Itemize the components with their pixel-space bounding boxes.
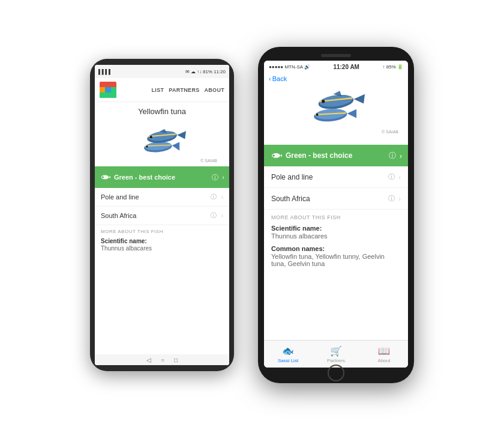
android-item-south-africa: South Africa bbox=[101, 212, 207, 219]
back-button[interactable]: ‹ Back bbox=[269, 75, 287, 82]
iphone-tab-bar: 🐟 Sassi List 🛒 Partners 📖 About bbox=[264, 340, 408, 368]
android-scientific-label: Scientific name: bbox=[95, 235, 229, 244]
android-arrow-banner: › bbox=[222, 174, 224, 181]
iphone-screen: ●●●●● MTN-SA 🔊 11:20 AM ↑ 85% 🔋 ‹ Back bbox=[264, 61, 408, 368]
iphone-info-icon-banner: ⓘ bbox=[389, 151, 396, 161]
iphone-tab-about[interactable]: 📖 About bbox=[360, 345, 408, 363]
android-list-item-0[interactable]: Pole and line ⓘ › bbox=[95, 188, 229, 207]
iphone-arrow-banner: › bbox=[400, 151, 402, 160]
svg-marker-1 bbox=[172, 142, 180, 150]
iphone-info-icon-0: ⓘ bbox=[388, 172, 395, 181]
iphone-back-nav: ‹ Back bbox=[264, 73, 408, 85]
fish-title: Yellowfin tuna bbox=[95, 102, 229, 118]
iphone-status-bar: ●●●●● MTN-SA 🔊 11:20 AM ↑ 85% 🔋 bbox=[264, 61, 408, 73]
iphone-arrow-0: › bbox=[398, 174, 401, 181]
android-list-item-1[interactable]: South Africa ⓘ › bbox=[95, 207, 229, 225]
svg-point-18 bbox=[316, 114, 319, 116]
android-scientific-value: Thunnus albacares bbox=[95, 244, 229, 254]
svg-point-10 bbox=[150, 136, 152, 138]
iphone-fish-illustration bbox=[300, 85, 372, 130]
android-info-icon-banner: ⓘ bbox=[212, 173, 218, 182]
back-chevron-icon: ‹ bbox=[269, 75, 271, 82]
android-arrow-0: › bbox=[221, 194, 223, 201]
svg-marker-6 bbox=[177, 131, 186, 139]
fish-image-area: © SAIAB bbox=[95, 118, 229, 166]
svg-point-24 bbox=[322, 100, 325, 103]
svg-point-4 bbox=[146, 145, 148, 147]
iphone-list-item-1[interactable]: South Africa ⓘ › bbox=[264, 188, 408, 210]
iphone-info-icon-1: ⓘ bbox=[388, 194, 395, 203]
android-section-label: MORE ABOUT THIS FISH bbox=[95, 225, 229, 235]
iphone-tab-partners[interactable]: 🛒 Partners bbox=[312, 345, 360, 363]
android-info-icon-0: ⓘ bbox=[211, 193, 217, 201]
android-back-icon: ◁ bbox=[146, 357, 151, 363]
iphone-list-item-0[interactable]: Pole and line ⓘ › bbox=[264, 166, 408, 188]
android-wifi-icon: ↑↓ bbox=[197, 69, 202, 74]
android-item-pole: Pole and line bbox=[101, 193, 207, 201]
iphone-signal: ●●●●● MTN-SA 🔊 bbox=[269, 64, 310, 70]
iphone-green-text: Green - best choice bbox=[286, 151, 385, 160]
svg-marker-12 bbox=[109, 175, 110, 179]
saiab-credit-android: © SAIAB bbox=[200, 159, 229, 163]
iphone-home-button[interactable] bbox=[328, 365, 344, 381]
nav-about[interactable]: ABOUT bbox=[205, 87, 225, 93]
android-app-bar: LIST PARTNERS ABOUT bbox=[95, 78, 229, 102]
iphone-section-label: MORE ABOUT THIS FISH bbox=[264, 210, 408, 222]
android-screen: ▌▌▌▌ ✉ ☁ ↑↓ 81% 11:20 bbox=[95, 65, 229, 365]
svg-marker-15 bbox=[347, 109, 356, 118]
about-label: About bbox=[378, 358, 391, 363]
android-arrow-1: › bbox=[221, 213, 223, 219]
android-mail-icon: ✉ bbox=[185, 69, 190, 74]
android-status-icons: ✉ ☁ ↑↓ 81% 11:20 bbox=[185, 69, 226, 74]
android-nav-links: LIST PARTNERS ABOUT bbox=[152, 87, 224, 93]
android-phone: ▌▌▌▌ ✉ ☁ ↑↓ 81% 11:20 bbox=[90, 59, 234, 371]
iphone-green-fish-icon bbox=[270, 150, 282, 162]
android-green-text: Green - best choice bbox=[114, 174, 208, 181]
android-home-icon: ○ bbox=[161, 357, 164, 363]
android-cloud-icon: ☁ bbox=[191, 69, 196, 74]
scene: ▌▌▌▌ ✉ ☁ ↑↓ 81% 11:20 bbox=[0, 0, 504, 430]
iphone-common-label: Common names: bbox=[264, 242, 408, 252]
iphone-item-pole: Pole and line bbox=[271, 173, 385, 181]
iphone-battery: ↑ 85% 🔋 bbox=[383, 64, 403, 70]
iphone-speaker bbox=[321, 54, 351, 57]
about-icon: 📖 bbox=[378, 345, 390, 357]
iphone-item-south-africa: South Africa bbox=[271, 195, 385, 203]
iphone-home-bar bbox=[264, 368, 408, 376]
android-time: 11:20 bbox=[214, 69, 226, 74]
android-bottom-nav: ◁ ○ □ bbox=[95, 354, 229, 365]
android-recents-icon: □ bbox=[174, 357, 178, 363]
iphone-green-banner[interactable]: Green - best choice ⓘ › bbox=[264, 145, 408, 166]
svg-marker-26 bbox=[280, 153, 282, 158]
iphone-scientific-value: Thunnus albacares bbox=[264, 232, 408, 242]
iphone-scientific-label: Scientific name: bbox=[264, 222, 408, 232]
android-signal: ▌▌▌▌ bbox=[98, 69, 112, 74]
svg-point-27 bbox=[273, 155, 275, 157]
android-content: Yellowfin tuna bbox=[95, 102, 229, 354]
iphone-time: 11:20 AM bbox=[333, 64, 359, 70]
android-green-fish-icon bbox=[100, 172, 110, 183]
nav-list[interactable]: LIST bbox=[152, 87, 164, 93]
android-info-icon-1: ⓘ bbox=[211, 211, 217, 220]
partners-label: Partners bbox=[327, 358, 345, 363]
nav-partners[interactable]: PARTNERS bbox=[169, 87, 199, 93]
svg-marker-20 bbox=[354, 94, 365, 104]
fish-illustration bbox=[132, 123, 192, 159]
iphone: ●●●●● MTN-SA 🔊 11:20 AM ↑ 85% 🔋 ‹ Back bbox=[258, 47, 414, 383]
svg-point-13 bbox=[102, 177, 104, 178]
android-status-bar: ▌▌▌▌ ✉ ☁ ↑↓ 81% 11:20 bbox=[95, 65, 229, 78]
iphone-tab-sassi-list[interactable]: 🐟 Sassi List bbox=[264, 345, 312, 363]
sassi-list-label: Sassi List bbox=[278, 358, 298, 363]
partners-icon: 🛒 bbox=[330, 345, 342, 357]
android-battery-icon: 81% bbox=[203, 69, 212, 74]
iphone-common-value: Yellowfin tuna, Yellowfin tunny, Geelvin… bbox=[264, 252, 408, 270]
app-logo bbox=[100, 82, 116, 98]
sassi-list-icon: 🐟 bbox=[282, 345, 294, 357]
android-green-banner[interactable]: Green - best choice ⓘ › bbox=[95, 166, 229, 188]
iphone-fish-area: © SAIAB bbox=[264, 85, 408, 145]
iphone-saiab-credit: © SAIAB bbox=[382, 130, 408, 134]
iphone-arrow-1: › bbox=[398, 195, 401, 202]
back-label: Back bbox=[272, 75, 287, 82]
